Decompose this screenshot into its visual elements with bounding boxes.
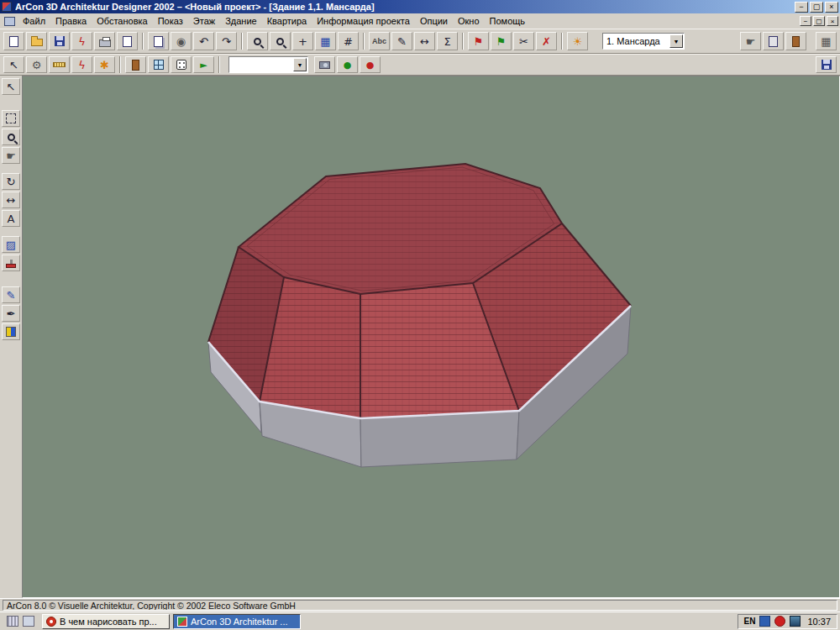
tray-alert-icon[interactable]	[774, 616, 785, 627]
taskbar-task-arcon[interactable]: ArCon 3D Architektur ...	[173, 614, 301, 629]
menu-environment[interactable]: Обстановка	[92, 14, 152, 28]
print-button[interactable]	[94, 32, 115, 50]
measure-tool-button[interactable]: ↔	[2, 192, 20, 208]
pencil-button[interactable]: ✎	[391, 32, 412, 50]
camera-button[interactable]: ◉	[171, 32, 192, 50]
rotate-icon: ↻	[7, 176, 16, 187]
tray-display-icon[interactable]	[759, 616, 770, 627]
ruler-button[interactable]	[49, 56, 70, 73]
dice-button[interactable]	[171, 56, 192, 73]
clipboard-button[interactable]	[763, 32, 784, 50]
play-button[interactable]: ►	[193, 56, 214, 73]
3d-viewport[interactable]	[22, 76, 840, 598]
delete-button[interactable]: ✗	[536, 32, 557, 50]
flash-button[interactable]: ϟ	[71, 56, 92, 73]
catalog-button[interactable]: ☛	[740, 32, 761, 50]
building-model[interactable]	[208, 164, 631, 467]
paint-tool-button[interactable]	[2, 255, 20, 271]
mdi-restore-button[interactable]: ▢	[813, 16, 825, 26]
titlebar[interactable]: ArCon 3D Architektur Designer 2002 – <Но…	[0, 0, 840, 13]
quicklaunch-document-icon[interactable]	[23, 616, 34, 627]
open-project-button[interactable]	[26, 32, 47, 50]
camera2-button[interactable]	[314, 56, 335, 73]
system-tray: EN 10:37	[738, 614, 837, 629]
print-preview-button[interactable]	[117, 32, 138, 50]
menu-apartment[interactable]: Квартира	[262, 14, 312, 28]
mdi-close-button[interactable]: ×	[827, 16, 838, 26]
palette-tool-button[interactable]	[2, 323, 20, 340]
copy-view-button[interactable]	[148, 32, 169, 50]
floor-selector[interactable]: 1. Мансарда ▼	[602, 33, 685, 50]
pencil-tool-button[interactable]: ✎	[2, 286, 20, 303]
green-led-button[interactable]: ●	[337, 56, 358, 73]
app-icon[interactable]	[2, 2, 12, 12]
hash-icon: #	[344, 36, 353, 47]
mdi-minimize-button[interactable]: −	[800, 16, 811, 26]
zoom-tool-button[interactable]	[2, 129, 20, 145]
setup-button[interactable]: ⚙	[26, 56, 47, 73]
star-button[interactable]: ✱	[94, 56, 115, 73]
exit-button[interactable]	[785, 32, 806, 50]
menu-window[interactable]: Окно	[453, 14, 485, 28]
menu-options[interactable]: Опции	[415, 14, 453, 28]
menu-file[interactable]: Файл	[18, 14, 50, 28]
pencil-icon: ✎	[397, 36, 407, 47]
chevron-down-icon[interactable]: ▼	[669, 34, 683, 48]
menu-building[interactable]: Здание	[220, 14, 262, 28]
menu-view[interactable]: Показ	[153, 14, 188, 28]
rotate-tool-button[interactable]: ↻	[2, 173, 20, 190]
menu-help[interactable]: Помощь	[485, 14, 531, 28]
wall-front-right	[360, 411, 519, 467]
cursor-icon: ↖	[7, 81, 16, 92]
save-project-button[interactable]	[49, 32, 70, 50]
window-button[interactable]	[148, 56, 169, 73]
daylight-button[interactable]: ☀	[567, 32, 588, 50]
zoom-window-button[interactable]	[270, 32, 291, 50]
window-title: ArCon 3D Architektur Designer 2002 – <Но…	[15, 2, 791, 12]
taskbar-task-browser[interactable]: В чем нарисовать пр...	[42, 614, 170, 629]
language-indicator[interactable]: EN	[744, 617, 756, 626]
open-folder-icon	[31, 39, 43, 46]
close-icon: ×	[829, 3, 833, 11]
restore-button[interactable]: ▢	[810, 2, 823, 13]
view-selector[interactable]: ▼	[228, 56, 308, 73]
minimize-button[interactable]: −	[795, 2, 808, 13]
redo-button[interactable]: ↷	[216, 32, 237, 50]
tray-app-icon[interactable]	[790, 616, 801, 627]
select-mode-button[interactable]: ↖	[3, 56, 24, 73]
text-tool-button[interactable]: A	[2, 210, 20, 227]
flag-green-button[interactable]: ⚑	[491, 32, 512, 50]
quicklaunch-keyboard-icon[interactable]	[7, 616, 18, 627]
raster-button[interactable]: #	[338, 32, 359, 50]
red-led-button[interactable]: ●	[360, 56, 381, 73]
reload-button[interactable]: ϟ	[71, 32, 92, 50]
select-tool-button[interactable]: ↖	[2, 78, 20, 95]
frame-tool-button[interactable]	[2, 110, 20, 127]
close-button[interactable]: ×	[825, 2, 838, 13]
menu-project-info[interactable]: Информация проекта	[312, 14, 415, 28]
taskbar-clock[interactable]: 10:37	[805, 617, 831, 627]
menu-edit[interactable]: Правка	[50, 14, 92, 28]
grid-button[interactable]: ▦	[315, 32, 336, 50]
new-project-button[interactable]	[3, 32, 24, 50]
flag-red-button[interactable]: ⚑	[468, 32, 489, 50]
estimate-button[interactable]: Σ	[437, 32, 458, 50]
text-label-button[interactable]: Abc	[369, 32, 390, 50]
door-button[interactable]	[125, 56, 146, 73]
scissors-button[interactable]: ✂	[513, 32, 534, 50]
menu-floor[interactable]: Этаж	[188, 14, 220, 28]
scene-save-button[interactable]	[816, 56, 837, 73]
toolbar-separator	[561, 33, 563, 50]
dropdown-arrow-icon: ▼	[674, 39, 680, 45]
zoom-button[interactable]	[247, 32, 268, 50]
window-layout-button[interactable]: ▦	[816, 32, 837, 50]
chevron-down-icon[interactable]: ▼	[293, 58, 307, 71]
pen-tool-button[interactable]: ✒	[2, 305, 20, 322]
pan-tool-button[interactable]: ☛	[2, 147, 20, 164]
mdi-child-icon[interactable]	[4, 17, 15, 26]
hatch-tool-button[interactable]: ▨	[2, 236, 20, 253]
star-icon: ✱	[100, 60, 109, 71]
pan-button[interactable]: +	[292, 32, 313, 50]
dimension-button[interactable]: ↔	[414, 32, 435, 50]
undo-button[interactable]: ↶	[193, 32, 214, 50]
